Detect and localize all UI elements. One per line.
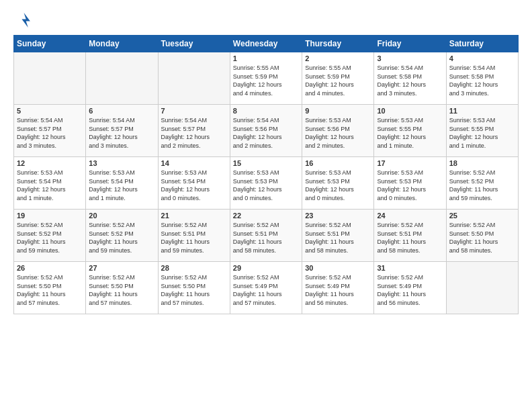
calendar-cell: 19Sunrise: 5:52 AM Sunset: 5:52 PM Dayli… — [14, 210, 86, 262]
day-info: Sunrise: 5:52 AM Sunset: 5:52 PM Dayligh… — [17, 221, 83, 255]
calendar-cell: 8Sunrise: 5:54 AM Sunset: 5:56 PM Daylig… — [230, 105, 302, 157]
calendar-cell: 31Sunrise: 5:52 AM Sunset: 5:49 PM Dayli… — [374, 262, 446, 314]
day-number: 29 — [233, 264, 299, 272]
calendar-cell: 5Sunrise: 5:54 AM Sunset: 5:57 PM Daylig… — [14, 105, 86, 157]
calendar-cell: 4Sunrise: 5:54 AM Sunset: 5:58 PM Daylig… — [446, 52, 518, 105]
day-info: Sunrise: 5:53 AM Sunset: 5:55 PM Dayligh… — [449, 116, 515, 150]
day-info: Sunrise: 5:52 AM Sunset: 5:50 PM Dayligh… — [89, 273, 154, 307]
day-number: 10 — [377, 107, 443, 115]
day-info: Sunrise: 5:54 AM Sunset: 5:58 PM Dayligh… — [377, 64, 443, 97]
calendar-cell — [86, 52, 158, 105]
day-info: Sunrise: 5:52 AM Sunset: 5:50 PM Dayligh… — [17, 273, 83, 307]
day-info: Sunrise: 5:53 AM Sunset: 5:53 PM Dayligh… — [305, 169, 371, 202]
calendar-cell: 7Sunrise: 5:54 AM Sunset: 5:57 PM Daylig… — [158, 105, 230, 157]
day-number: 25 — [449, 212, 515, 220]
day-number: 13 — [89, 159, 154, 167]
calendar-cell — [158, 52, 230, 105]
calendar-cell: 3Sunrise: 5:54 AM Sunset: 5:58 PM Daylig… — [374, 52, 446, 105]
logo-icon — [13, 11, 32, 30]
day-info: Sunrise: 5:52 AM Sunset: 5:50 PM Dayligh… — [161, 273, 227, 307]
day-info: Sunrise: 5:53 AM Sunset: 5:54 PM Dayligh… — [161, 169, 227, 202]
calendar-cell: 9Sunrise: 5:53 AM Sunset: 5:56 PM Daylig… — [302, 105, 374, 157]
day-number: 22 — [233, 212, 299, 220]
day-info: Sunrise: 5:52 AM Sunset: 5:51 PM Dayligh… — [305, 221, 371, 255]
day-info: Sunrise: 5:54 AM Sunset: 5:57 PM Dayligh… — [17, 116, 83, 150]
day-info: Sunrise: 5:54 AM Sunset: 5:57 PM Dayligh… — [89, 116, 154, 150]
day-number: 28 — [161, 264, 227, 272]
day-number: 6 — [89, 107, 154, 115]
day-number: 24 — [377, 212, 443, 220]
calendar-cell: 22Sunrise: 5:52 AM Sunset: 5:51 PM Dayli… — [230, 210, 302, 262]
weekday-header-monday: Monday — [86, 36, 158, 52]
day-number: 27 — [89, 264, 154, 272]
calendar-cell: 2Sunrise: 5:55 AM Sunset: 5:59 PM Daylig… — [302, 52, 374, 105]
day-number: 17 — [377, 159, 443, 167]
weekday-header-row: SundayMondayTuesdayWednesdayThursdayFrid… — [14, 36, 519, 52]
day-number: 3 — [377, 54, 443, 62]
day-info: Sunrise: 5:53 AM Sunset: 5:56 PM Dayligh… — [305, 116, 371, 150]
day-number: 26 — [17, 264, 83, 272]
weekday-header-thursday: Thursday — [302, 36, 374, 52]
calendar-cell: 17Sunrise: 5:53 AM Sunset: 5:53 PM Dayli… — [374, 157, 446, 210]
day-number: 21 — [161, 212, 227, 220]
day-number: 12 — [17, 159, 83, 167]
calendar-cell: 11Sunrise: 5:53 AM Sunset: 5:55 PM Dayli… — [446, 105, 518, 157]
day-info: Sunrise: 5:55 AM Sunset: 5:59 PM Dayligh… — [233, 64, 299, 97]
svg-marker-0 — [21, 13, 30, 28]
calendar-cell: 25Sunrise: 5:52 AM Sunset: 5:50 PM Dayli… — [446, 210, 518, 262]
week-row-2: 5Sunrise: 5:54 AM Sunset: 5:57 PM Daylig… — [14, 105, 519, 157]
calendar-cell — [14, 52, 86, 105]
calendar-cell: 1Sunrise: 5:55 AM Sunset: 5:59 PM Daylig… — [230, 52, 302, 105]
calendar-cell: 14Sunrise: 5:53 AM Sunset: 5:54 PM Dayli… — [158, 157, 230, 210]
calendar-cell — [446, 262, 518, 314]
day-number: 23 — [305, 212, 371, 220]
calendar-cell: 27Sunrise: 5:52 AM Sunset: 5:50 PM Dayli… — [86, 262, 158, 314]
day-info: Sunrise: 5:53 AM Sunset: 5:54 PM Dayligh… — [89, 169, 154, 202]
day-number: 30 — [305, 264, 371, 272]
day-number: 11 — [449, 107, 515, 115]
day-number: 5 — [17, 107, 83, 115]
calendar-cell: 15Sunrise: 5:53 AM Sunset: 5:53 PM Dayli… — [230, 157, 302, 210]
day-number: 14 — [161, 159, 227, 167]
calendar-cell: 13Sunrise: 5:53 AM Sunset: 5:54 PM Dayli… — [86, 157, 158, 210]
calendar-cell: 18Sunrise: 5:52 AM Sunset: 5:52 PM Dayli… — [446, 157, 518, 210]
day-info: Sunrise: 5:53 AM Sunset: 5:53 PM Dayligh… — [377, 169, 443, 202]
calendar-cell: 12Sunrise: 5:53 AM Sunset: 5:54 PM Dayli… — [14, 157, 86, 210]
day-number: 19 — [17, 212, 83, 220]
day-info: Sunrise: 5:53 AM Sunset: 5:53 PM Dayligh… — [233, 169, 299, 202]
day-number: 8 — [233, 107, 299, 115]
day-number: 18 — [449, 159, 515, 167]
weekday-header-friday: Friday — [374, 36, 446, 52]
day-info: Sunrise: 5:54 AM Sunset: 5:56 PM Dayligh… — [233, 116, 299, 150]
day-number: 15 — [233, 159, 299, 167]
day-info: Sunrise: 5:52 AM Sunset: 5:52 PM Dayligh… — [449, 169, 515, 202]
week-row-3: 12Sunrise: 5:53 AM Sunset: 5:54 PM Dayli… — [14, 157, 519, 210]
day-info: Sunrise: 5:53 AM Sunset: 5:54 PM Dayligh… — [17, 169, 83, 202]
weekday-header-saturday: Saturday — [446, 36, 518, 52]
day-info: Sunrise: 5:54 AM Sunset: 5:57 PM Dayligh… — [161, 116, 227, 150]
week-row-1: 1Sunrise: 5:55 AM Sunset: 5:59 PM Daylig… — [14, 52, 519, 105]
calendar-cell: 30Sunrise: 5:52 AM Sunset: 5:49 PM Dayli… — [302, 262, 374, 314]
day-number: 2 — [305, 54, 371, 62]
weekday-header-tuesday: Tuesday — [158, 36, 230, 52]
day-info: Sunrise: 5:52 AM Sunset: 5:51 PM Dayligh… — [161, 221, 227, 255]
page: SundayMondayTuesdayWednesdayThursdayFrid… — [0, 0, 532, 411]
day-number: 7 — [161, 107, 227, 115]
day-info: Sunrise: 5:53 AM Sunset: 5:55 PM Dayligh… — [377, 116, 443, 150]
day-info: Sunrise: 5:52 AM Sunset: 5:49 PM Dayligh… — [233, 273, 299, 307]
calendar: SundayMondayTuesdayWednesdayThursdayFrid… — [13, 35, 519, 314]
day-info: Sunrise: 5:54 AM Sunset: 5:58 PM Dayligh… — [449, 64, 515, 97]
day-info: Sunrise: 5:55 AM Sunset: 5:59 PM Dayligh… — [305, 64, 371, 97]
day-info: Sunrise: 5:52 AM Sunset: 5:52 PM Dayligh… — [89, 221, 154, 255]
calendar-cell: 29Sunrise: 5:52 AM Sunset: 5:49 PM Dayli… — [230, 262, 302, 314]
day-number: 31 — [377, 264, 443, 272]
logo — [13, 11, 35, 30]
day-number: 4 — [449, 54, 515, 62]
weekday-header-sunday: Sunday — [14, 36, 86, 52]
calendar-cell: 6Sunrise: 5:54 AM Sunset: 5:57 PM Daylig… — [86, 105, 158, 157]
calendar-cell: 24Sunrise: 5:52 AM Sunset: 5:51 PM Dayli… — [374, 210, 446, 262]
day-number: 20 — [89, 212, 154, 220]
day-info: Sunrise: 5:52 AM Sunset: 5:49 PM Dayligh… — [305, 273, 371, 307]
day-info: Sunrise: 5:52 AM Sunset: 5:50 PM Dayligh… — [449, 221, 515, 255]
day-info: Sunrise: 5:52 AM Sunset: 5:51 PM Dayligh… — [233, 221, 299, 255]
